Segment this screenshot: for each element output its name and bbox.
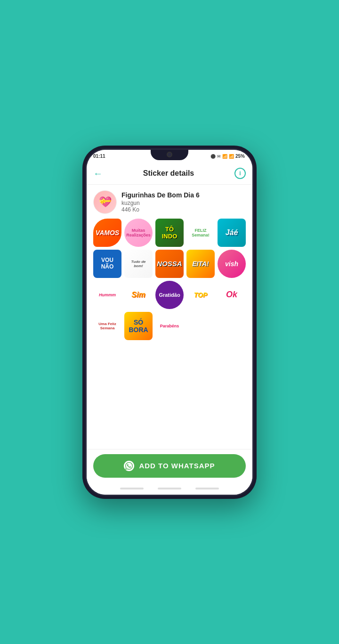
top-bar: ← Sticker details i <box>87 163 252 185</box>
add-to-whatsapp-button[interactable]: ADD TO WHATSAPP <box>93 454 246 478</box>
sticker-vounao[interactable]: VOU NÃO <box>93 250 121 278</box>
message-icon: ✉ <box>217 154 221 159</box>
sticker-parabens[interactable]: Parabéns <box>155 312 184 340</box>
status-icons: ⚫ ✉ 📶 📶 25% <box>210 154 245 159</box>
sticker-ok[interactable]: Ok <box>218 281 246 309</box>
sticker-jae[interactable]: Jáé <box>218 219 246 247</box>
sticker-hum[interactable]: Hummm <box>93 281 121 309</box>
pack-author: kuzgun <box>121 200 246 206</box>
back-button[interactable]: ← <box>93 168 103 179</box>
status-time: 01:11 <box>93 154 105 159</box>
battery-text: 25% <box>235 154 245 159</box>
page-title: Sticker details <box>107 169 230 178</box>
sticker-feliz[interactable]: FELIZ Semana! <box>186 219 215 247</box>
wifi-icon: 📶 <box>222 154 227 159</box>
sticker-gratidao[interactable]: Gratidão <box>155 281 184 309</box>
signal-icon: 📶 <box>229 154 234 159</box>
phone-frame: 01:11 ⚫ ✉ 📶 📶 25% ← Sticker details i <box>82 146 257 499</box>
nav-pill-back[interactable] <box>120 488 144 489</box>
sticker-eita[interactable]: EITA! <box>186 250 215 278</box>
camera <box>167 152 172 157</box>
pack-header: 💝 Figurinhas De Bom Dia 6 kuzgun 446 Ko <box>93 190 246 214</box>
pack-info: Figurinhas De Bom Dia 6 kuzgun 446 Ko <box>121 191 246 213</box>
nav-pill-home[interactable] <box>158 488 181 489</box>
notification-icon: ⚫ <box>210 154 216 159</box>
sticker-top[interactable]: TOP <box>186 281 215 309</box>
sticker-vish[interactable]: vish <box>218 250 246 278</box>
sticker-umafeliz[interactable]: Uma Feliz Semana <box>93 312 121 340</box>
sticker-sim[interactable]: Sim <box>124 281 153 309</box>
pack-name: Figurinhas De Bom Dia 6 <box>121 191 246 199</box>
add-button-label: ADD TO WHATSAPP <box>139 462 215 470</box>
sticker-tudodebom[interactable]: Tudo de bom! <box>124 250 153 278</box>
info-button[interactable]: i <box>234 168 246 179</box>
sticker-sobora[interactable]: SÓ BORA <box>124 312 153 340</box>
sticker-vamos[interactable]: VAMOS <box>93 219 121 247</box>
sticker-toindo[interactable]: TÔ INDO <box>155 219 184 247</box>
sticker-nossa[interactable]: NOSSA <box>155 250 184 278</box>
pack-size: 446 Ko <box>121 206 246 213</box>
nav-bar <box>87 484 252 495</box>
pack-icon: 💝 <box>93 190 117 214</box>
bottom-section: ADD TO WHATSAPP <box>87 449 252 484</box>
pack-emoji: 💝 <box>99 196 112 208</box>
phone-screen: 01:11 ⚫ ✉ 📶 📶 25% ← Sticker details i <box>87 150 252 495</box>
nav-pill-recents[interactable] <box>195 488 219 489</box>
notch <box>151 150 188 160</box>
sticker-grid: VAMOSMuitas RealizaçõesTÔ INDOFELIZ Sema… <box>93 219 246 340</box>
sticker-muitas[interactable]: Muitas Realizações <box>124 219 153 247</box>
content-area: 💝 Figurinhas De Bom Dia 6 kuzgun 446 Ko … <box>87 185 252 449</box>
whatsapp-icon <box>124 461 134 471</box>
phone-inner: 01:11 ⚫ ✉ 📶 📶 25% ← Sticker details i <box>85 148 254 496</box>
